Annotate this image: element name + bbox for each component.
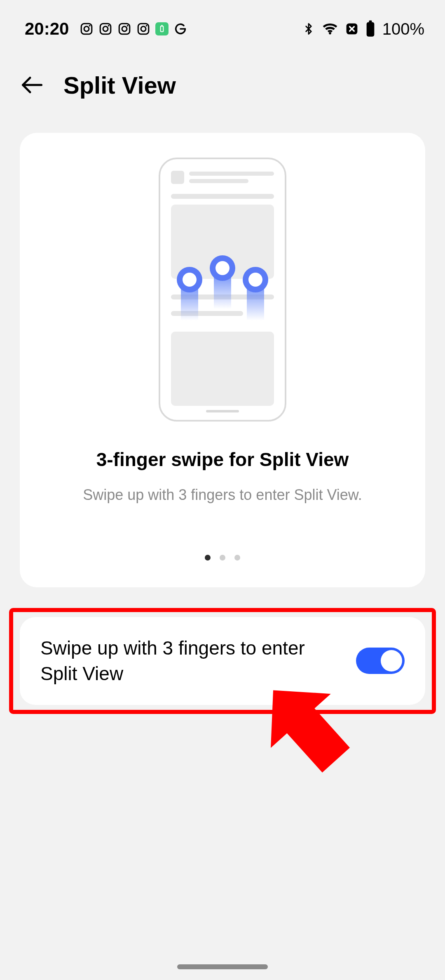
back-button[interactable] (17, 70, 47, 100)
svg-rect-12 (161, 26, 164, 31)
annotation-highlight: Swipe up with 3 fingers to enter Split V… (9, 608, 436, 714)
instagram-icon (98, 22, 112, 36)
status-left: 20:20 (25, 19, 187, 39)
google-icon (173, 22, 187, 36)
arrow-left-icon (20, 73, 44, 97)
svg-point-2 (89, 25, 91, 27)
svg-point-11 (146, 25, 148, 27)
svg-rect-15 (366, 22, 374, 37)
header: Split View (0, 45, 445, 116)
phone-illustration (159, 158, 286, 422)
wifi-icon (321, 21, 340, 37)
instagram-icon (80, 22, 94, 36)
page-dot-2[interactable] (220, 555, 225, 561)
status-bar: 20:20 100% (0, 0, 445, 45)
svg-point-1 (84, 26, 89, 31)
svg-point-7 (122, 26, 127, 31)
battery-percentage: 100% (382, 20, 424, 38)
svg-rect-16 (369, 21, 372, 23)
svg-point-10 (141, 26, 146, 31)
status-time: 20:20 (25, 19, 69, 39)
page-dot-1[interactable] (205, 555, 211, 561)
toggle-knob (381, 650, 402, 671)
setting-toggle[interactable] (356, 648, 405, 674)
status-right: 100% (302, 20, 424, 38)
battery-charging-icon (155, 22, 169, 35)
navigation-gesture-bar[interactable] (177, 964, 268, 969)
page-indicator (205, 555, 240, 561)
battery-icon (364, 20, 377, 38)
svg-point-8 (127, 25, 129, 27)
svg-point-5 (108, 25, 110, 27)
instagram-icon (117, 22, 131, 36)
info-card-description: Swipe up with 3 fingers to enter Split V… (83, 485, 362, 505)
instagram-icon (136, 22, 150, 36)
bluetooth-icon (302, 21, 315, 37)
setting-row-swipe-3-fingers[interactable]: Swipe up with 3 fingers to enter Split V… (20, 617, 425, 704)
svg-point-4 (103, 26, 108, 31)
page-title: Split View (63, 71, 176, 99)
close-badge-icon (345, 22, 358, 35)
setting-label: Swipe up with 3 fingers to enter Split V… (40, 635, 344, 686)
info-card[interactable]: 3-finger swipe for Split View Swipe up w… (20, 133, 425, 587)
info-card-title: 3-finger swipe for Split View (96, 448, 349, 471)
page-dot-3[interactable] (234, 555, 240, 561)
